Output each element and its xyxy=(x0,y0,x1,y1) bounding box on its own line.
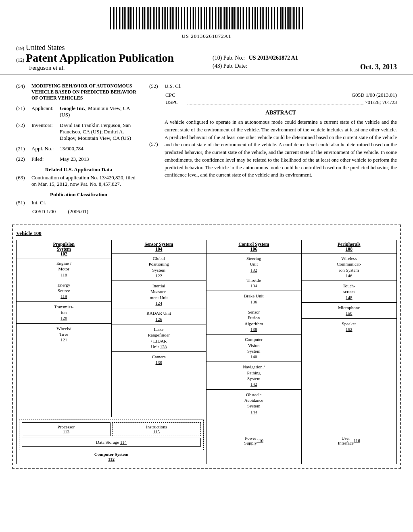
right-column: (52) U.S. Cl. CPC G05D 1/00 (2013.01) US… xyxy=(149,83,397,219)
abstract-title: ABSTRACT xyxy=(165,110,397,116)
svg-rect-44 xyxy=(178,7,179,29)
filed-row: (22) Filed: May 23, 2013 xyxy=(16,156,141,162)
svg-rect-41 xyxy=(173,7,174,29)
related-val: Continuation of application No. 13/420,8… xyxy=(31,175,141,187)
filed-label: Filed: xyxy=(31,156,60,162)
svg-rect-86 xyxy=(243,7,244,29)
camera-cell: Camera130 xyxy=(112,352,206,368)
svg-rect-46 xyxy=(181,7,182,29)
title-row: (54) MODIFYING BEHAVIOR OF AUTONOMOUS VE… xyxy=(16,83,141,101)
us-cl-section: (52) U.S. Cl. CPC G05D 1/00 (2013.01) US… xyxy=(149,83,397,106)
svg-rect-17 xyxy=(136,7,137,29)
svg-rect-23 xyxy=(146,7,146,29)
abstract-row: (57) ABSTRACT A vehicle configured to op… xyxy=(149,110,397,179)
us-cl-row: (52) U.S. Cl. xyxy=(149,83,397,89)
power-supply-cell: PowerSupply110 xyxy=(206,417,302,464)
svg-rect-116 xyxy=(290,7,291,29)
svg-rect-64 xyxy=(209,7,210,29)
svg-rect-60 xyxy=(203,7,203,29)
svg-rect-65 xyxy=(211,7,211,29)
svg-rect-43 xyxy=(176,7,177,29)
svg-rect-96 xyxy=(259,7,259,29)
svg-rect-70 xyxy=(218,7,219,29)
svg-rect-1 xyxy=(112,7,112,29)
svg-rect-56 xyxy=(197,7,197,29)
svg-rect-102 xyxy=(268,7,269,29)
inventors-name: Ferguson et al. xyxy=(29,64,200,71)
svg-rect-119 xyxy=(294,7,295,29)
svg-rect-121 xyxy=(298,7,298,29)
svg-rect-4 xyxy=(116,7,117,29)
svg-rect-47 xyxy=(183,7,183,29)
svg-rect-52 xyxy=(190,7,191,29)
svg-rect-49 xyxy=(186,7,186,29)
svg-rect-32 xyxy=(159,7,160,29)
svg-rect-110 xyxy=(280,7,282,29)
svg-rect-114 xyxy=(287,7,288,29)
svg-rect-98 xyxy=(262,7,263,29)
inventors-row: (72) Inventors: David Ian Franklin Fergu… xyxy=(16,122,141,141)
patent-header: (19) United States (12) Patent Applicati… xyxy=(0,44,413,75)
svg-rect-28 xyxy=(153,7,154,29)
barcode-image xyxy=(110,7,303,31)
computer-vision-cell: ComputerVisionSystem140 xyxy=(206,335,301,362)
svg-rect-79 xyxy=(232,7,234,29)
inventors-val: David Ian Franklin Ferguson, San Francis… xyxy=(60,122,141,141)
applicant-val: Google Inc., Mountain View, CA (US) xyxy=(60,105,141,118)
svg-rect-16 xyxy=(135,7,135,29)
wheels-cell: Wheels/Tires121 xyxy=(17,324,111,345)
svg-rect-8 xyxy=(122,7,123,29)
svg-rect-51 xyxy=(189,7,189,29)
doc-type-label: (12) Patent Application Publication xyxy=(16,52,200,64)
svg-rect-83 xyxy=(238,7,239,29)
svg-rect-25 xyxy=(148,7,149,29)
appl-num-label: Appl. No.: xyxy=(31,145,60,152)
svg-rect-42 xyxy=(175,7,175,29)
computer-system-area: Processor113 Instructions115 Data Storag… xyxy=(17,417,206,464)
svg-rect-92 xyxy=(252,7,253,29)
pub-no-val: US 2013/0261872 A1 xyxy=(249,55,298,61)
uspc-label: USPC xyxy=(165,99,186,106)
svg-rect-40 xyxy=(172,7,173,29)
abstract-section: (57) ABSTRACT A vehicle configured to op… xyxy=(149,110,397,179)
steering-cell: SteeringUnit132 xyxy=(206,254,301,275)
sensor-fusion-cell: SensorFusionAlgorithm138 xyxy=(206,307,301,335)
cpc-dots xyxy=(187,92,350,97)
applicant-label: Applicant: xyxy=(31,105,60,118)
svg-rect-18 xyxy=(138,7,138,29)
wireless-cell: WirelessCommunicat-ion System146 xyxy=(302,254,397,281)
instructions-box: Instructions115 xyxy=(112,422,201,436)
svg-rect-87 xyxy=(245,7,245,29)
us-cl-label: U.S. Cl. xyxy=(165,83,189,89)
uspc-val: 701/28; 701/23 xyxy=(365,99,397,106)
svg-rect-115 xyxy=(288,7,290,29)
svg-rect-93 xyxy=(254,7,254,29)
svg-rect-97 xyxy=(260,7,261,29)
cs-inner: Processor113 Instructions115 xyxy=(22,422,201,436)
pub-date-label: Pub. Date: xyxy=(223,63,247,69)
svg-rect-2 xyxy=(113,7,114,29)
svg-rect-13 xyxy=(130,7,131,29)
svg-rect-33 xyxy=(161,7,161,29)
svg-rect-38 xyxy=(169,7,169,29)
svg-rect-7 xyxy=(121,7,121,29)
filed-val: May 23, 2013 xyxy=(60,156,141,162)
svg-rect-31 xyxy=(158,7,159,29)
transmission-cell: Transmiss-ion120 xyxy=(17,302,111,324)
svg-rect-36 xyxy=(165,7,166,29)
svg-rect-45 xyxy=(180,7,180,29)
related-title: Related U.S. Application Data xyxy=(16,166,141,173)
appl-num-num: (21) xyxy=(16,145,31,152)
svg-rect-54 xyxy=(193,7,194,29)
svg-rect-19 xyxy=(139,7,140,29)
svg-rect-29 xyxy=(154,7,155,29)
cpc-label: CPC xyxy=(165,92,186,98)
svg-rect-12 xyxy=(128,7,129,29)
svg-rect-77 xyxy=(229,7,230,29)
svg-rect-75 xyxy=(226,7,227,29)
svg-rect-66 xyxy=(212,7,213,29)
applicant-section: (71) Applicant: Google Inc., Mountain Vi… xyxy=(16,105,141,118)
svg-rect-89 xyxy=(248,7,248,29)
svg-rect-111 xyxy=(282,7,283,29)
svg-rect-88 xyxy=(246,7,247,29)
